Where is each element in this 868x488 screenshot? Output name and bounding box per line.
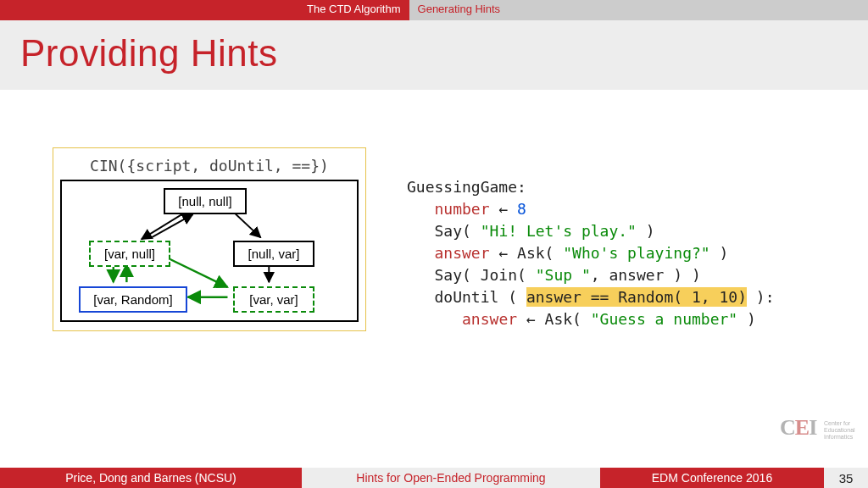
top-nav: The CTD Algorithm Generating Hints — [0, 0, 868, 20]
slide-body: CIN({script, doUntil, ==}) — [0, 90, 868, 474]
code-l3-str: "Hi! Let's play." — [481, 222, 637, 240]
code-block: GuessingGame: number ← 8 Say( "Hi! Let's… — [407, 176, 775, 330]
footer-authors: Price, Dong and Barnes (NCSU) — [0, 468, 302, 488]
code-l4-str: "Who's playing?" — [563, 244, 709, 262]
node-var-null: [var, null] — [89, 241, 170, 267]
svg-line-7 — [170, 259, 227, 287]
cin-caption: CIN({script, doUntil, ==}) — [58, 153, 360, 180]
node-null-null: [null, null] — [164, 188, 247, 214]
code-l7b: ← Ask( — [517, 310, 591, 328]
code-l7-var: answer — [462, 310, 517, 328]
svg-line-1 — [152, 214, 193, 237]
svg-line-0 — [142, 213, 185, 239]
footer-title: Hints for Open-Ended Programming — [302, 468, 600, 488]
slide-title: Providing Hints — [20, 32, 848, 75]
code-l4b: ← Ask( — [490, 244, 564, 262]
code-l2-var: number — [435, 200, 490, 218]
cin-graph: [null, null] [var, null] [null, var] [va… — [60, 180, 359, 322]
nav-tab-hints[interactable]: Generating Hints — [409, 0, 509, 20]
node-var-var: [var, var] — [233, 286, 314, 313]
code-l2-arrow: ← — [490, 200, 518, 218]
code-l7-str: "Guess a number" — [591, 310, 737, 328]
footer-venue: EDM Conference 2016 — [600, 468, 824, 488]
code-l5a: Say( Join( — [435, 266, 536, 284]
node-null-var: [null, var] — [233, 241, 314, 267]
footer-page: 35 — [824, 468, 868, 488]
footer: Price, Dong and Barnes (NCSU) Hints for … — [0, 468, 868, 488]
nav-tab-ctd[interactable]: The CTD Algorithm — [298, 0, 409, 20]
nav-left-fill — [0, 0, 298, 20]
node-var-random: [var, Random] — [79, 286, 187, 313]
code-l6c: ): — [747, 288, 775, 306]
logo-text: CEI — [780, 415, 816, 440]
code-l4d: ) — [710, 244, 729, 262]
logo-subtitle: Center forEducationalInformatics — [824, 420, 855, 441]
code-l2-num: 8 — [517, 200, 526, 218]
code-l5-str: "Sup " — [536, 266, 591, 284]
code-l3c: ) — [637, 222, 655, 240]
code-l4-var: answer — [435, 244, 490, 262]
code-l1: GuessingGame: — [407, 178, 526, 196]
code-l3a: Say( — [435, 222, 481, 240]
svg-line-2 — [234, 213, 260, 237]
code-l7d: ) — [737, 310, 756, 328]
cin-diagram: CIN({script, doUntil, ==}) — [53, 147, 366, 331]
code-l6a: doUntil ( — [435, 288, 526, 306]
cei-logo: CEI Center forEducationalInformatics — [780, 415, 861, 451]
code-l6-highlight: answer == Random( 1, 10) — [526, 287, 747, 307]
code-l5c: , answer ) ) — [591, 266, 701, 284]
title-band: Providing Hints — [0, 20, 868, 90]
